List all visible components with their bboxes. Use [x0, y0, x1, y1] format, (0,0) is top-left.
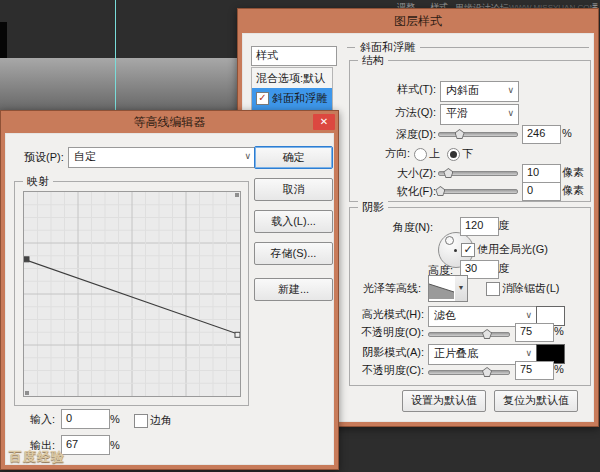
- corner-label: 边角: [150, 412, 172, 429]
- soften-input[interactable]: 0: [522, 182, 561, 201]
- style-select-value: 内斜面: [446, 84, 479, 96]
- contour-editor-title[interactable]: 等高线编辑器: [1, 111, 338, 133]
- angle-unit: 度: [498, 217, 509, 234]
- set-default-button[interactable]: 设置为默认值: [402, 390, 486, 412]
- input-label: 输入:: [30, 411, 55, 428]
- size-label: 大小(Z):: [350, 165, 436, 182]
- save-button[interactable]: 存储(S)...: [254, 242, 333, 265]
- direction-up-label: 上: [429, 145, 440, 162]
- new-button[interactable]: 新建...: [254, 278, 333, 301]
- output-unit: %: [110, 437, 120, 454]
- shading-legend: 阴影: [358, 200, 388, 215]
- angle-indicator-icon: [445, 236, 454, 245]
- global-light-label: 使用全局光(G): [477, 241, 548, 258]
- styles-item-label: 斜面和浮雕: [272, 88, 327, 108]
- highlight-mode-label: 高光模式(H):: [350, 306, 424, 323]
- styles-list-header: 样式: [251, 46, 337, 66]
- cancel-button[interactable]: 取消: [254, 178, 333, 201]
- depth-slider[interactable]: [438, 127, 518, 141]
- soften-label: 软化(F):: [350, 183, 436, 200]
- style-label: 样式(T):: [350, 81, 436, 98]
- global-light-checkbox[interactable]: ✓: [461, 243, 475, 257]
- shadow-mode-value: 正片叠底: [434, 347, 478, 359]
- gloss-contour-thumbnail[interactable]: [428, 275, 457, 302]
- preset-label: 预设(P):: [24, 149, 64, 166]
- shadow-opacity-unit: %: [554, 361, 564, 378]
- highlight-opacity-unit: %: [554, 323, 564, 340]
- contour-curve-grid[interactable]: [23, 191, 241, 397]
- direction-down-label: 下: [462, 145, 473, 162]
- size-unit: 像素: [562, 164, 584, 181]
- mapping-legend: 映射: [23, 174, 53, 189]
- canvas-dark-shape: [0, 22, 7, 58]
- depth-input[interactable]: 246: [522, 125, 561, 144]
- preset-select-value: 自定: [74, 150, 96, 162]
- output-value-field[interactable]: 67: [61, 435, 110, 455]
- styles-item-bevel-emboss[interactable]: ✓ 斜面和浮雕: [252, 88, 332, 108]
- shadow-opacity-label: 不透明度(C):: [350, 362, 424, 379]
- depth-label: 深度(D):: [350, 126, 436, 143]
- mapping-group: 映射: [14, 181, 249, 406]
- structure-legend: 结构: [358, 53, 388, 68]
- structure-group: 结构 样式(T): 内斜面 ∨ 方法(Q): 平滑 ∨ 深度(D): 246 %…: [349, 60, 591, 202]
- chevron-down-icon: ∨: [525, 308, 532, 323]
- soften-slider[interactable]: [438, 184, 518, 198]
- shading-group: 阴影 角度(N): 120 度 ✓ 使用全局光(G) 高度: 30 度 光泽等高…: [349, 207, 591, 386]
- size-input[interactable]: 10: [522, 164, 561, 183]
- direction-label: 方向:: [350, 145, 410, 162]
- chevron-down-icon: ∨: [244, 149, 251, 164]
- highlight-opacity-slider[interactable]: [428, 327, 510, 341]
- shadow-mode-label: 阴影模式(A):: [350, 344, 424, 361]
- close-icon[interactable]: ✕: [313, 114, 335, 130]
- antialias-checkbox[interactable]: [486, 282, 500, 296]
- gloss-contour-dropdown-icon[interactable]: ▼: [455, 275, 468, 302]
- antialias-label: 消除锯齿(L): [502, 280, 559, 297]
- size-slider[interactable]: [438, 166, 518, 180]
- checkbox-checked-icon[interactable]: ✓: [256, 92, 269, 105]
- layer-style-title[interactable]: 图层样式: [238, 9, 598, 33]
- direction-up-radio[interactable]: [414, 148, 427, 161]
- gloss-contour-label: 光泽等高线:: [350, 280, 421, 297]
- technique-label: 方法(Q):: [350, 104, 436, 121]
- altitude-unit: 度: [498, 260, 509, 277]
- depth-unit: %: [562, 125, 572, 142]
- input-unit: %: [110, 411, 120, 428]
- contour-editor-dialog: 等高线编辑器 ✕ 预设(P): 自定 ∨ 确定 取消 载入(L)... 存储(S…: [0, 110, 339, 470]
- input-value-field[interactable]: 0: [61, 409, 110, 429]
- chevron-down-icon: ∨: [507, 106, 514, 121]
- highlight-opacity-input[interactable]: 75: [515, 323, 554, 342]
- styles-item-blending-options[interactable]: 混合选项:默认: [252, 68, 332, 88]
- angle-label: 角度(N):: [350, 219, 433, 236]
- preset-select[interactable]: 自定 ∨: [68, 147, 256, 168]
- technique-select[interactable]: 平滑 ∨: [440, 104, 519, 125]
- highlight-mode-value: 滤色: [434, 309, 456, 321]
- soften-unit: 像素: [562, 182, 584, 199]
- shadow-opacity-input[interactable]: 75: [515, 361, 554, 380]
- angle-center-dot: [454, 249, 457, 252]
- watermark-logo: 百度经验: [9, 448, 65, 466]
- contour-editor-content: 预设(P): 自定 ∨ 确定 取消 载入(L)... 存储(S)... 新建..…: [5, 133, 334, 465]
- shadow-opacity-slider[interactable]: [428, 365, 510, 379]
- ok-button[interactable]: 确定: [254, 146, 333, 169]
- highlight-opacity-label: 不透明度(O):: [350, 324, 424, 341]
- style-select[interactable]: 内斜面 ∨: [440, 81, 519, 102]
- technique-select-value: 平滑: [446, 107, 468, 119]
- photoshop-workspace: 调整 样式 思缘设计论坛 WWW.MISSYUAN.COM ≡ 图层样式 样式 …: [0, 0, 600, 472]
- angle-input[interactable]: 120: [460, 217, 499, 236]
- corner-checkbox[interactable]: [134, 414, 148, 428]
- chevron-down-icon: ∨: [525, 346, 532, 361]
- styles-item-label: 混合选项:默认: [256, 68, 325, 88]
- chevron-down-icon: ∨: [507, 83, 514, 98]
- reset-default-button[interactable]: 复位为默认值: [494, 390, 578, 412]
- direction-down-radio[interactable]: [447, 148, 460, 161]
- guide-line: [115, 0, 116, 110]
- load-button[interactable]: 载入(L)...: [254, 210, 333, 233]
- gloss-contour-shape: [429, 276, 454, 299]
